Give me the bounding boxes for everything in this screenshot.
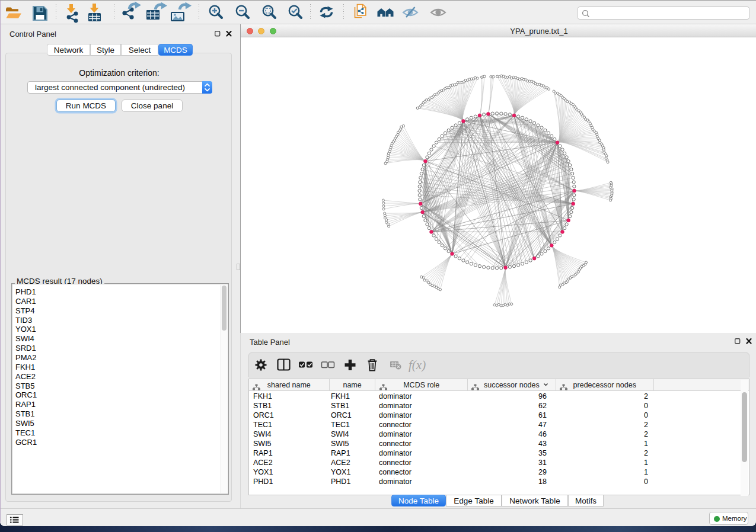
svg-text:f(x): f(x) xyxy=(409,358,426,372)
